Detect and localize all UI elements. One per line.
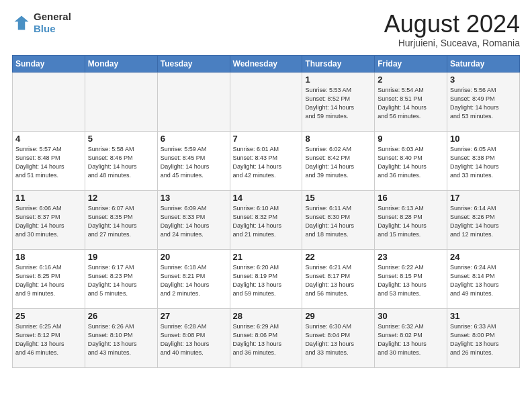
calendar-cell: 19Sunrise: 6:17 AM Sunset: 8:23 PM Dayli… [85,249,157,308]
title-block: August 2024 Hurjuieni, Suceava, Romania [384,11,520,48]
weekday-header-friday: Friday [375,55,447,72]
day-info: Sunrise: 6:11 AM Sunset: 8:30 PM Dayligh… [305,204,371,239]
day-info: Sunrise: 6:09 AM Sunset: 8:33 PM Dayligh… [161,204,227,239]
calendar-cell [157,72,230,131]
day-number: 31 [450,311,517,321]
calendar-cell: 3Sunrise: 5:56 AM Sunset: 8:49 PM Daylig… [447,72,520,131]
calendar-cell: 18Sunrise: 6:16 AM Sunset: 8:25 PM Dayli… [13,249,85,308]
day-info: Sunrise: 6:14 AM Sunset: 8:26 PM Dayligh… [450,204,517,239]
week-row-1: 1Sunrise: 5:53 AM Sunset: 8:52 PM Daylig… [13,72,520,131]
weekday-header-wednesday: Wednesday [230,55,302,72]
calendar-cell: 29Sunrise: 6:30 AM Sunset: 8:04 PM Dayli… [302,308,375,367]
day-number: 27 [161,311,227,321]
day-number: 12 [88,193,154,203]
logo-line2: Blue [34,23,71,35]
day-number: 30 [378,311,444,321]
day-info: Sunrise: 6:17 AM Sunset: 8:23 PM Dayligh… [88,263,154,298]
calendar-cell: 20Sunrise: 6:18 AM Sunset: 8:21 PM Dayli… [157,249,230,308]
calendar-cell: 17Sunrise: 6:14 AM Sunset: 8:26 PM Dayli… [447,190,520,249]
day-number: 8 [305,134,371,144]
day-number: 19 [88,252,154,262]
weekday-header-row: SundayMondayTuesdayWednesdayThursdayFrid… [13,55,520,72]
weekday-header-tuesday: Tuesday [157,55,230,72]
day-number: 24 [450,252,517,262]
day-info: Sunrise: 6:13 AM Sunset: 8:28 PM Dayligh… [378,204,444,239]
calendar-cell: 4Sunrise: 5:57 AM Sunset: 8:48 PM Daylig… [13,131,85,190]
day-info: Sunrise: 5:57 AM Sunset: 8:48 PM Dayligh… [15,145,82,180]
calendar-cell: 16Sunrise: 6:13 AM Sunset: 8:28 PM Dayli… [375,190,447,249]
day-number: 7 [233,134,300,144]
day-info: Sunrise: 5:58 AM Sunset: 8:46 PM Dayligh… [88,145,154,180]
day-number: 14 [233,193,300,203]
calendar-cell: 10Sunrise: 6:05 AM Sunset: 8:38 PM Dayli… [447,131,520,190]
calendar-cell: 25Sunrise: 6:25 AM Sunset: 8:12 PM Dayli… [13,308,85,367]
calendar-cell [230,72,302,131]
day-number: 2 [378,75,444,85]
day-info: Sunrise: 6:32 AM Sunset: 8:02 PM Dayligh… [378,322,444,357]
week-row-5: 25Sunrise: 6:25 AM Sunset: 8:12 PM Dayli… [13,308,520,367]
day-info: Sunrise: 6:26 AM Sunset: 8:10 PM Dayligh… [88,322,154,357]
day-info: Sunrise: 5:54 AM Sunset: 8:51 PM Dayligh… [378,86,444,121]
day-number: 25 [15,311,82,321]
calendar-cell: 7Sunrise: 6:01 AM Sunset: 8:43 PM Daylig… [230,131,302,190]
calendar-cell: 26Sunrise: 6:26 AM Sunset: 8:10 PM Dayli… [85,308,157,367]
weekday-header-thursday: Thursday [302,55,375,72]
day-number: 17 [450,193,517,203]
weekday-header-monday: Monday [85,55,157,72]
calendar-cell: 27Sunrise: 6:28 AM Sunset: 8:08 PM Dayli… [157,308,230,367]
day-info: Sunrise: 6:02 AM Sunset: 8:42 PM Dayligh… [305,145,371,180]
logo: General Blue [12,11,71,35]
day-info: Sunrise: 6:06 AM Sunset: 8:37 PM Dayligh… [15,204,82,239]
day-number: 29 [305,311,371,321]
calendar-cell: 31Sunrise: 6:33 AM Sunset: 8:00 PM Dayli… [447,308,520,367]
calendar-cell: 2Sunrise: 5:54 AM Sunset: 8:51 PM Daylig… [375,72,447,131]
logo-line1: General [34,11,71,23]
calendar-cell: 6Sunrise: 5:59 AM Sunset: 8:45 PM Daylig… [157,131,230,190]
day-number: 22 [305,252,371,262]
calendar-cell: 13Sunrise: 6:09 AM Sunset: 8:33 PM Dayli… [157,190,230,249]
day-number: 20 [161,252,227,262]
calendar-cell: 11Sunrise: 6:06 AM Sunset: 8:37 PM Dayli… [13,190,85,249]
calendar-cell [13,72,85,131]
calendar-cell: 1Sunrise: 5:53 AM Sunset: 8:52 PM Daylig… [302,72,375,131]
day-info: Sunrise: 6:21 AM Sunset: 8:17 PM Dayligh… [305,263,371,298]
day-info: Sunrise: 6:01 AM Sunset: 8:43 PM Dayligh… [233,145,300,180]
day-info: Sunrise: 6:10 AM Sunset: 8:32 PM Dayligh… [233,204,300,239]
day-info: Sunrise: 6:05 AM Sunset: 8:38 PM Dayligh… [450,145,517,180]
day-info: Sunrise: 6:16 AM Sunset: 8:25 PM Dayligh… [15,263,82,298]
calendar-cell: 15Sunrise: 6:11 AM Sunset: 8:30 PM Dayli… [302,190,375,249]
calendar-cell: 12Sunrise: 6:07 AM Sunset: 8:35 PM Dayli… [85,190,157,249]
logo-text: General Blue [34,11,71,35]
day-number: 6 [161,134,227,144]
calendar-cell: 30Sunrise: 6:32 AM Sunset: 8:02 PM Dayli… [375,308,447,367]
day-info: Sunrise: 6:22 AM Sunset: 8:15 PM Dayligh… [378,263,444,298]
calendar-cell: 9Sunrise: 6:03 AM Sunset: 8:40 PM Daylig… [375,131,447,190]
day-number: 21 [233,252,300,262]
day-number: 26 [88,311,154,321]
calendar-cell: 5Sunrise: 5:58 AM Sunset: 8:46 PM Daylig… [85,131,157,190]
day-number: 1 [305,75,371,85]
week-row-3: 11Sunrise: 6:06 AM Sunset: 8:37 PM Dayli… [13,190,520,249]
day-info: Sunrise: 6:24 AM Sunset: 8:14 PM Dayligh… [450,263,517,298]
day-info: Sunrise: 5:59 AM Sunset: 8:45 PM Dayligh… [161,145,227,180]
day-info: Sunrise: 6:25 AM Sunset: 8:12 PM Dayligh… [15,322,82,357]
calendar-cell [85,72,157,131]
day-number: 13 [161,193,227,203]
day-info: Sunrise: 6:29 AM Sunset: 8:06 PM Dayligh… [233,322,300,357]
calendar-cell: 24Sunrise: 6:24 AM Sunset: 8:14 PM Dayli… [447,249,520,308]
day-number: 10 [450,134,517,144]
day-number: 16 [378,193,444,203]
calendar-cell: 23Sunrise: 6:22 AM Sunset: 8:15 PM Dayli… [375,249,447,308]
day-info: Sunrise: 6:28 AM Sunset: 8:08 PM Dayligh… [161,322,227,357]
week-row-4: 18Sunrise: 6:16 AM Sunset: 8:25 PM Dayli… [13,249,520,308]
day-info: Sunrise: 6:07 AM Sunset: 8:35 PM Dayligh… [88,204,154,239]
day-number: 28 [233,311,300,321]
header: General Blue August 2024 Hurjuieni, Suce… [12,11,520,48]
page: General Blue August 2024 Hurjuieni, Suce… [0,0,532,411]
calendar-cell: 28Sunrise: 6:29 AM Sunset: 8:06 PM Dayli… [230,308,302,367]
weekday-header-saturday: Saturday [447,55,520,72]
day-info: Sunrise: 6:20 AM Sunset: 8:19 PM Dayligh… [233,263,300,298]
day-info: Sunrise: 6:33 AM Sunset: 8:00 PM Dayligh… [450,322,517,357]
day-info: Sunrise: 5:56 AM Sunset: 8:49 PM Dayligh… [450,86,517,121]
logo-icon [12,13,31,32]
